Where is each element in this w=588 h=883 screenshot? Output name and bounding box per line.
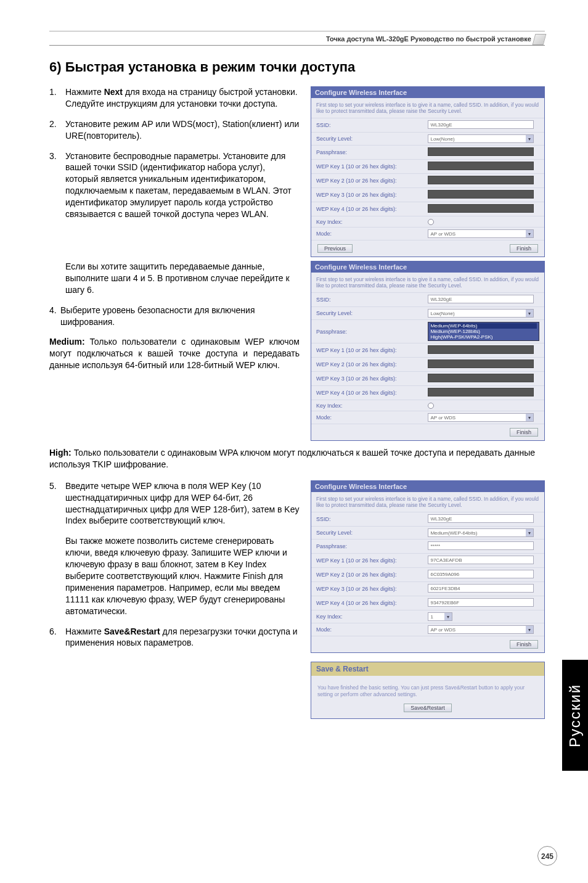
p3-k1-label: WEP Key 1 (10 or 26 hex digits): xyxy=(311,554,423,568)
step-1-body: Нажмите Next для входа на страницу быстр… xyxy=(65,86,300,110)
p2-pass-label: Passphrase: xyxy=(311,320,423,343)
step-3: 3. Установите беспроводные параметры. Ус… xyxy=(49,150,300,220)
step-2-body: Установите режим AP или WDS(мост), Stati… xyxy=(65,118,300,142)
p3-k1-input[interactable]: 97CA3EAFDB xyxy=(428,556,534,564)
p1-k1-label: WEP Key 1 (10 or 26 hex digits): xyxy=(311,160,423,174)
step-3-extra: Если вы хотите защитить передаваемые дан… xyxy=(65,261,300,296)
p1-k4-input[interactable] xyxy=(428,204,534,213)
medium-text: Только пользователи с одинаковым WEP клю… xyxy=(49,337,300,370)
p1-ki-radio[interactable] xyxy=(428,219,434,225)
p2-opt-1[interactable]: Medium(WEP-64bits) xyxy=(430,323,537,329)
p3-pass-label: Passphrase: xyxy=(311,540,423,554)
header-product-line: Точка доступа WL-320gE Руководство по бы… xyxy=(49,35,545,43)
p3-ssid-input[interactable]: WL320gE xyxy=(428,514,534,523)
p3-k2-input[interactable]: 6C0359A096 xyxy=(428,570,534,578)
step-5-body: Введите четыре WEP ключа в поля WEP Key … xyxy=(65,480,300,527)
p2-k3-label: WEP Key 3 (10 or 26 hex digits): xyxy=(311,372,423,386)
step-4: 4. Выберите уровень безопасности для вкл… xyxy=(49,305,300,328)
p2-k1-label: WEP Key 1 (10 or 26 hex digits): xyxy=(311,343,423,358)
p2-ssid-input[interactable]: WL320gE xyxy=(428,295,534,303)
p1-sec-select[interactable]: Low(None)▾ xyxy=(428,134,534,143)
step-6-body: Нажмите Save&Restart для перезагрузки то… xyxy=(65,626,300,649)
p3-k3-input[interactable]: 6021FE3DB4 xyxy=(428,584,534,593)
panel-3-title: Configure Wireless Interface xyxy=(311,481,544,492)
panel-2-title: Configure Wireless Interface xyxy=(311,261,544,273)
p2-k4-input[interactable] xyxy=(428,388,534,396)
step-6-text-a: Нажмите xyxy=(65,626,104,636)
p3-pass-input[interactable]: ***** xyxy=(428,541,534,550)
p3-mode-label: Mode: xyxy=(311,623,423,636)
step-5-extra: Вы также можете позволить системе сгенер… xyxy=(65,535,300,617)
p3-ki-val: 1 xyxy=(430,613,433,620)
p3-sec-select[interactable]: Medium(WEP-64bits)▾ xyxy=(428,528,534,537)
p2-finish-button[interactable]: Finish xyxy=(510,428,538,437)
p1-k3-label: WEP Key 3 (10 or 26 hex digits): xyxy=(311,188,423,202)
p1-k2-input[interactable] xyxy=(428,176,534,184)
header-separator xyxy=(49,45,545,46)
save-panel-title: Save & Restart xyxy=(311,662,544,676)
high-desc: High: Только пользователи с одинаковым W… xyxy=(49,447,545,470)
save-panel-text: You have finished the basic setting. You… xyxy=(317,684,538,697)
panel-3: Configure Wireless Interface First step … xyxy=(311,480,545,653)
p1-pass-input[interactable] xyxy=(428,147,534,156)
p1-finish-button[interactable]: Finish xyxy=(510,244,538,253)
panel-1-desc: First step to set your wireless interfac… xyxy=(311,98,544,118)
chevron-down-icon: ▾ xyxy=(526,135,533,142)
p1-sec-label: Security Level: xyxy=(311,133,423,146)
p2-k2-input[interactable] xyxy=(428,359,534,368)
p2-k2-label: WEP Key 2 (10 or 26 hex digits): xyxy=(311,358,423,372)
section-title: 6) Быстрая установка в режим точки досту… xyxy=(49,59,545,75)
p2-opt-2[interactable]: Medium(WEP-128bits) xyxy=(430,329,537,334)
medium-desc: Medium: Только пользователи с одинаковым… xyxy=(49,336,300,371)
p1-k1-input[interactable] xyxy=(428,162,534,170)
p3-mode-select[interactable]: AP or WDS▾ xyxy=(428,625,534,634)
step-1-text-a: Нажмите xyxy=(65,87,104,97)
p2-k3-input[interactable] xyxy=(428,374,534,382)
step-1-num: 1. xyxy=(49,86,65,110)
p3-k4-input[interactable]: 934792EB6F xyxy=(428,598,534,607)
step-3-num: 3. xyxy=(49,150,65,220)
p3-k4-label: WEP Key 4 (10 or 26 hex digits): xyxy=(311,596,423,610)
save-panel: Save & Restart You have finished the bas… xyxy=(311,662,545,719)
p2-ssid-label: SSID: xyxy=(311,293,423,307)
step-6: 6. Нажмите Save&Restart для перезагрузки… xyxy=(49,626,300,649)
p1-mode-select[interactable]: AP or WDS▾ xyxy=(428,229,534,238)
p2-ki-radio[interactable] xyxy=(428,403,434,409)
p2-opt-3[interactable]: High(WPA-PSK/WPA2-PSK) xyxy=(430,334,537,340)
language-tab: Русский xyxy=(562,660,588,771)
p1-pass-label: Passphrase: xyxy=(311,146,423,160)
top-rule xyxy=(49,31,545,31)
p2-mode-select[interactable]: AP or WDS▾ xyxy=(428,413,534,422)
p1-prev-button[interactable]: Previous xyxy=(317,244,353,253)
p3-mode-val: AP or WDS xyxy=(430,626,455,633)
step-5: 5. Введите четыре WEP ключа в поля WEP K… xyxy=(49,480,300,527)
panel-1-title: Configure Wireless Interface xyxy=(311,87,544,98)
step-4-num: 4. xyxy=(49,305,60,328)
p1-mode-label: Mode: xyxy=(311,228,423,240)
step-1-bold: Next xyxy=(104,87,123,97)
chevron-down-icon: ▾ xyxy=(444,613,452,620)
p1-ki-label: Key Index: xyxy=(311,216,423,228)
p3-ssid-label: SSID: xyxy=(311,512,423,527)
p2-sec-label: Security Level: xyxy=(311,307,423,320)
p2-k1-input[interactable] xyxy=(428,345,534,354)
step-5-num: 5. xyxy=(49,480,65,527)
step-3-body: Установите беспроводные параметры. Устан… xyxy=(65,150,300,220)
p2-sec-select[interactable]: Low(None)▾ xyxy=(428,309,534,318)
p1-ssid-input[interactable]: WL320gE xyxy=(428,120,534,129)
p2-dropdown-list[interactable]: Medium(WEP-64bits) Medium(WEP-128bits) H… xyxy=(428,322,539,341)
p1-k3-input[interactable] xyxy=(428,190,534,199)
p1-ssid-label: SSID: xyxy=(311,118,423,133)
page-number: 245 xyxy=(537,846,557,866)
panel-3-desc: First step to set your wireless interfac… xyxy=(311,492,544,512)
panel-2-desc: First step to set your wireless interfac… xyxy=(311,273,544,292)
p1-mode-val: AP or WDS xyxy=(430,230,455,237)
p3-ki-select[interactable]: 1▾ xyxy=(428,612,452,621)
p1-k2-label: WEP Key 2 (10 or 26 hex digits): xyxy=(311,174,423,188)
p1-sec-val: Low(None) xyxy=(430,135,454,142)
medium-label: Medium: xyxy=(49,337,85,347)
save-restart-button[interactable]: Save&Restart xyxy=(404,704,452,712)
p3-finish-button[interactable]: Finish xyxy=(510,640,538,649)
high-text: Только пользователи с одинаковым WPA клю… xyxy=(49,448,535,469)
step-6-num: 6. xyxy=(49,626,65,649)
